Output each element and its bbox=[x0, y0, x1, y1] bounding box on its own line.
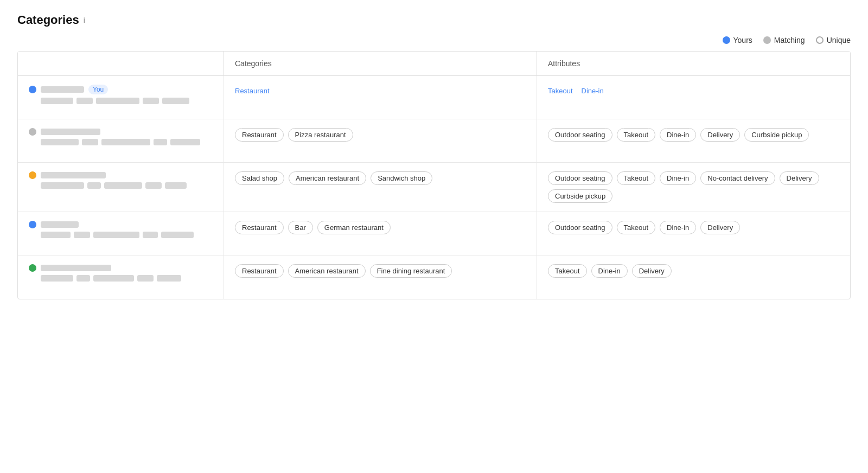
category-tag[interactable]: Sandwich shop bbox=[371, 171, 432, 185]
category-tag[interactable]: Restaurant bbox=[235, 85, 270, 97]
attributes-cell: Takeout Dine-in bbox=[537, 76, 850, 119]
table-row: Restaurant American restaurant Fine dini… bbox=[18, 255, 850, 299]
business-cell bbox=[18, 119, 224, 162]
page-title: Categories bbox=[17, 13, 79, 27]
category-tag[interactable]: Salad shop bbox=[235, 171, 284, 185]
category-tag[interactable]: Restaurant bbox=[235, 221, 284, 234]
attribute-tag[interactable]: Dine-in bbox=[591, 264, 628, 278]
business-cell bbox=[18, 212, 224, 255]
attribute-tag[interactable]: Outdoor seating bbox=[548, 221, 612, 234]
category-tag[interactable]: Bar bbox=[288, 221, 313, 234]
attributes-cell: Outdoor seating Takeout Dine-in No-conta… bbox=[537, 163, 850, 212]
categories-cell: Restaurant bbox=[224, 76, 537, 119]
legend-dot-matching bbox=[763, 36, 771, 44]
business-name-row bbox=[29, 128, 200, 136]
attributes-cell: Outdoor seating Takeout Dine-in Delivery… bbox=[537, 119, 850, 162]
table-header: Categories Attributes bbox=[18, 52, 850, 76]
business-info bbox=[29, 221, 194, 238]
category-tag[interactable]: American restaurant bbox=[289, 171, 366, 185]
legend-dot-unique bbox=[816, 36, 824, 44]
attribute-tag[interactable]: Delivery bbox=[632, 264, 672, 278]
attribute-tag[interactable]: Curbside pickup bbox=[548, 189, 612, 203]
business-cell bbox=[18, 255, 224, 299]
business-name-blurred bbox=[41, 172, 106, 178]
legend-unique-label: Unique bbox=[827, 36, 851, 44]
dot-indicator bbox=[29, 264, 36, 272]
attribute-tag[interactable]: Dine-in bbox=[660, 221, 696, 234]
legend-matching: Matching bbox=[763, 36, 805, 44]
attribute-tag[interactable]: Delivery bbox=[700, 221, 740, 234]
category-tag[interactable]: Restaurant bbox=[235, 128, 284, 142]
legend: Yours Matching Unique bbox=[17, 36, 851, 44]
business-name-blurred bbox=[41, 129, 100, 135]
address-blurred bbox=[41, 275, 181, 282]
table-row: Salad shop American restaurant Sandwich … bbox=[18, 163, 850, 212]
business-info: You bbox=[29, 85, 189, 104]
legend-matching-label: Matching bbox=[774, 36, 805, 44]
address-blurred bbox=[41, 139, 200, 145]
attribute-tag[interactable]: No-contact delivery bbox=[700, 171, 775, 185]
attribute-tag[interactable]: Curbside pickup bbox=[744, 128, 809, 142]
business-name-blurred bbox=[41, 86, 84, 93]
attribute-tag[interactable]: Delivery bbox=[700, 128, 740, 142]
category-tag[interactable]: Pizza restaurant bbox=[288, 128, 353, 142]
attribute-tag[interactable]: Takeout bbox=[548, 85, 573, 97]
info-icon[interactable]: i bbox=[84, 16, 85, 24]
business-name-blurred bbox=[41, 265, 111, 271]
category-tag[interactable]: Fine dining restaurant bbox=[370, 264, 452, 278]
header-col2: Categories bbox=[224, 52, 537, 75]
attribute-tag[interactable]: Takeout bbox=[617, 171, 656, 185]
category-tag[interactable]: American restaurant bbox=[288, 264, 366, 278]
categories-cell: Restaurant Pizza restaurant bbox=[224, 119, 537, 162]
business-name-row bbox=[29, 221, 194, 228]
legend-unique: Unique bbox=[816, 36, 851, 44]
you-badge: You bbox=[88, 85, 108, 94]
attribute-tag[interactable]: Dine-in bbox=[660, 128, 696, 142]
business-name-row: You bbox=[29, 85, 189, 94]
legend-dot-yours bbox=[723, 36, 730, 44]
attribute-tag[interactable]: Takeout bbox=[617, 221, 656, 234]
business-name-row bbox=[29, 264, 181, 272]
attribute-tag[interactable]: Takeout bbox=[548, 264, 587, 278]
dot-indicator bbox=[29, 86, 36, 93]
address-blurred bbox=[41, 98, 189, 104]
attributes-cell: Takeout Dine-in Delivery bbox=[537, 255, 850, 299]
header-col1 bbox=[18, 52, 224, 75]
attribute-tag[interactable]: Takeout bbox=[617, 128, 656, 142]
business-info bbox=[29, 264, 181, 282]
categories-cell: Salad shop American restaurant Sandwich … bbox=[224, 163, 537, 212]
business-info bbox=[29, 171, 187, 189]
attributes-cell: Outdoor seating Takeout Dine-in Delivery bbox=[537, 212, 850, 255]
address-blurred bbox=[41, 232, 194, 238]
address-blurred bbox=[41, 182, 187, 189]
attribute-tag[interactable]: Outdoor seating bbox=[548, 171, 612, 185]
category-tag[interactable]: German restaurant bbox=[317, 221, 391, 234]
categories-table: Categories Attributes You bbox=[17, 51, 851, 299]
categories-cell: Restaurant American restaurant Fine dini… bbox=[224, 255, 537, 299]
table-row: Restaurant Bar German restaurant Outdoor… bbox=[18, 212, 850, 255]
attribute-tag[interactable]: Outdoor seating bbox=[548, 128, 612, 142]
dot-indicator bbox=[29, 128, 36, 136]
category-tag[interactable]: Restaurant bbox=[235, 264, 284, 278]
header-col3: Attributes bbox=[537, 52, 850, 75]
table-row: You Restaurant Takeout Dine-in bbox=[18, 76, 850, 119]
attribute-tag[interactable]: Delivery bbox=[780, 171, 819, 185]
categories-cell: Restaurant Bar German restaurant bbox=[224, 212, 537, 255]
business-info bbox=[29, 128, 200, 145]
legend-yours-label: Yours bbox=[733, 36, 752, 44]
dot-indicator bbox=[29, 221, 36, 228]
legend-yours: Yours bbox=[723, 36, 752, 44]
business-name-blurred bbox=[41, 221, 79, 228]
attribute-tag[interactable]: Dine-in bbox=[582, 85, 604, 97]
business-name-row bbox=[29, 171, 187, 179]
attribute-tag[interactable]: Dine-in bbox=[660, 171, 696, 185]
business-cell: You bbox=[18, 76, 224, 119]
dot-indicator bbox=[29, 171, 36, 179]
table-row: Restaurant Pizza restaurant Outdoor seat… bbox=[18, 119, 850, 163]
business-cell bbox=[18, 163, 224, 212]
